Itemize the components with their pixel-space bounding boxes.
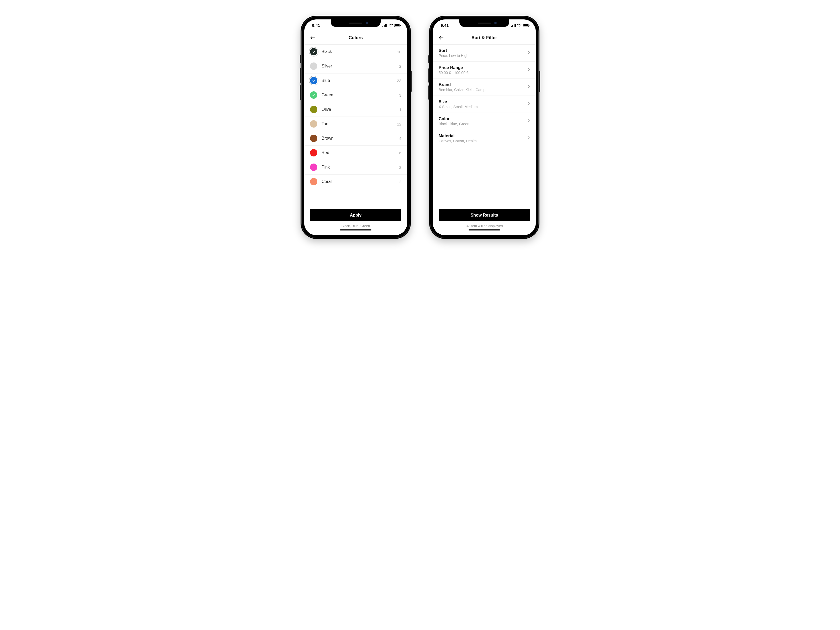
color-label: Silver: [322, 64, 332, 68]
color-label: Brown: [322, 136, 333, 141]
home-indicator[interactable]: [469, 229, 500, 231]
color-count: 2: [399, 64, 401, 68]
color-row-coral[interactable]: Coral2: [304, 175, 407, 189]
svg-rect-6: [400, 25, 401, 26]
color-count: 23: [397, 79, 401, 83]
color-count: 2: [399, 165, 401, 170]
color-label: Olive: [322, 107, 331, 112]
color-label: Pink: [322, 165, 330, 170]
color-row-silver[interactable]: Silver2: [304, 59, 407, 74]
wifi-icon: [388, 24, 393, 27]
cellular-icon: [511, 24, 516, 27]
filter-value: Bershka, Calvin Klein, Camper: [439, 88, 527, 92]
filter-title: Size: [439, 99, 527, 104]
chevron-right-icon: [527, 51, 530, 56]
color-row-black[interactable]: Black10: [304, 45, 407, 59]
filter-row-sort[interactable]: SortPrice: Low to High: [433, 45, 536, 62]
color-count: 1: [399, 107, 401, 112]
color-label: Red: [322, 150, 329, 155]
chevron-right-icon: [527, 85, 530, 90]
back-button[interactable]: [309, 34, 316, 41]
filter-title: Color: [439, 117, 527, 121]
color-list[interactable]: Black10Silver2Blue23Green3Olive1Tan12Bro…: [304, 45, 407, 205]
chevron-right-icon: [527, 102, 530, 107]
battery-icon: [394, 24, 401, 27]
filter-title: Brand: [439, 82, 527, 87]
color-label: Tan: [322, 122, 328, 126]
color-swatch-green: [310, 92, 317, 99]
color-swatch-pink: [310, 164, 317, 171]
color-count: 2: [399, 180, 401, 184]
filter-row-size[interactable]: SizeX Small, Small, Medium: [433, 96, 536, 113]
page-title: Colors: [349, 35, 363, 40]
filter-value: Black, Blue, Green: [439, 122, 527, 126]
filter-title: Material: [439, 134, 527, 138]
status-icons: [382, 24, 401, 27]
color-row-pink[interactable]: Pink2: [304, 160, 407, 175]
status-time: 9:41: [441, 23, 448, 28]
footer: Show Results 32 item will be displayed: [433, 205, 536, 235]
chevron-right-icon: [527, 136, 530, 141]
color-row-blue[interactable]: Blue23: [304, 74, 407, 88]
svg-rect-5: [395, 24, 399, 26]
color-swatch-blue: [310, 77, 317, 84]
color-count: 12: [397, 122, 401, 126]
color-row-green[interactable]: Green3: [304, 88, 407, 103]
svg-rect-0: [382, 26, 383, 27]
color-count: 4: [399, 136, 401, 141]
check-icon: [312, 79, 316, 83]
filter-title: Sort: [439, 48, 527, 53]
color-swatch-black: [310, 48, 317, 55]
show-results-button[interactable]: Show Results: [439, 209, 530, 221]
filter-value: 50,00 € - 100,00 €: [439, 71, 527, 75]
back-button[interactable]: [437, 34, 445, 41]
color-swatch-brown: [310, 135, 317, 142]
svg-rect-7: [511, 26, 512, 27]
color-swatch-tan: [310, 120, 317, 128]
phone-frame-colors: 9:41 Colors Black10Silver2Blue23Green3Ol…: [300, 16, 411, 239]
filter-list[interactable]: SortPrice: Low to HighPrice Range50,00 €…: [433, 45, 536, 205]
arrow-left-icon: [310, 35, 316, 41]
svg-rect-10: [515, 24, 516, 27]
chevron-right-icon: [527, 68, 530, 73]
home-indicator[interactable]: [340, 229, 371, 231]
color-row-brown[interactable]: Brown4: [304, 131, 407, 146]
color-label: Coral: [322, 179, 332, 184]
filter-value: Canvas, Cotton, Denim: [439, 139, 527, 143]
check-icon: [312, 50, 316, 54]
filter-value: X Small, Small, Medium: [439, 105, 527, 109]
color-count: 6: [399, 151, 401, 155]
filter-row-price-range[interactable]: Price Range50,00 € - 100,00 €: [433, 62, 536, 79]
color-row-red[interactable]: Red6: [304, 146, 407, 160]
svg-rect-12: [523, 24, 528, 26]
svg-rect-2: [385, 24, 386, 27]
status-time: 9:41: [312, 23, 320, 28]
chevron-right-icon: [527, 118, 530, 124]
selection-summary: Black, Blue, Green: [310, 224, 401, 228]
color-swatch-olive: [310, 106, 317, 113]
battery-icon: [523, 24, 529, 27]
filter-row-brand[interactable]: BrandBershka, Calvin Klein, Camper: [433, 79, 536, 96]
filter-title: Price Range: [439, 65, 527, 70]
header: Colors: [304, 31, 407, 45]
color-swatch-coral: [310, 178, 317, 185]
svg-rect-8: [512, 25, 513, 27]
color-count: 3: [399, 93, 401, 97]
color-label: Black: [322, 49, 332, 54]
check-icon: [312, 93, 316, 97]
footer: Apply Black, Blue, Green: [304, 205, 407, 235]
svg-rect-9: [514, 24, 515, 27]
svg-rect-13: [529, 25, 529, 26]
apply-button[interactable]: Apply: [310, 209, 401, 221]
color-row-olive[interactable]: Olive1: [304, 103, 407, 117]
filter-row-color[interactable]: ColorBlack, Blue, Green: [433, 113, 536, 130]
phone-frame-filter: 9:41 Sort & Filter SortPrice: Low to Hig…: [429, 16, 540, 239]
page-title: Sort & Filter: [471, 35, 497, 40]
results-summary: 32 item will be displayed: [439, 224, 530, 228]
color-swatch-red: [310, 149, 317, 156]
wifi-icon: [517, 24, 522, 27]
color-swatch-silver: [310, 63, 317, 70]
color-row-tan[interactable]: Tan12: [304, 117, 407, 131]
filter-row-material[interactable]: MaterialCanvas, Cotton, Denim: [433, 130, 536, 147]
cellular-icon: [382, 24, 387, 27]
